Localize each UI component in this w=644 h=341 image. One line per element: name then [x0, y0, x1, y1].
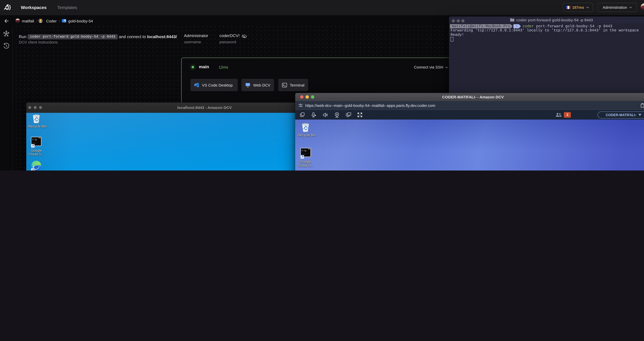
- svg-text:C:\: C:\: [302, 150, 306, 152]
- svg-text:C:\: C:\: [32, 138, 36, 140]
